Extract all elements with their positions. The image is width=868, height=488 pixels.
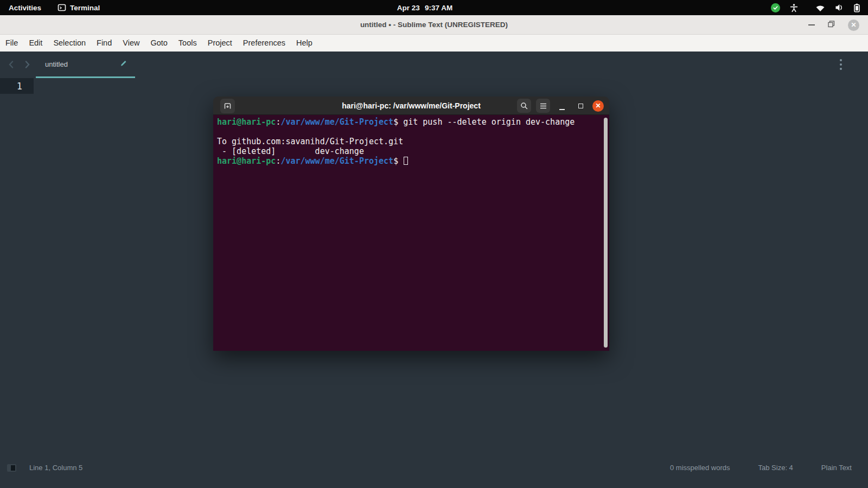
sublime-menubar: File Edit Selection Find View Goto Tools… xyxy=(0,35,868,52)
prompt-dollar: $ xyxy=(393,156,403,166)
tab-overflow-menu[interactable] xyxy=(840,59,842,70)
terminal-close-button[interactable]: ✕ xyxy=(592,100,604,112)
focused-app-label: Terminal xyxy=(70,4,100,12)
hamburger-menu-button[interactable] xyxy=(536,99,550,113)
prompt-user: hari@hari-pc xyxy=(217,117,276,127)
focused-app-menu[interactable]: Terminal xyxy=(58,3,100,12)
close-button[interactable]: ✕ xyxy=(848,20,859,31)
unsaved-pencil-icon xyxy=(119,59,127,69)
terminal-scrollbar[interactable] xyxy=(604,118,608,348)
gnome-top-bar: Activities Terminal Apr 23 9:37 AM xyxy=(0,0,868,15)
sublime-tabbar: untitled xyxy=(0,52,868,78)
menu-file[interactable]: File xyxy=(0,35,23,52)
menu-project[interactable]: Project xyxy=(202,35,238,52)
terminal-maximize-button[interactable] xyxy=(578,104,583,108)
menu-edit[interactable]: Edit xyxy=(23,35,48,52)
terminal-output-deleted: - [deleted] dev-change xyxy=(217,146,602,156)
clock-date: Apr 23 xyxy=(397,4,420,12)
terminal-line-prompt: hari@hari-pc:/var/www/me/Git-Project$ xyxy=(217,156,602,166)
minimize-button[interactable] xyxy=(808,24,815,25)
terminal-titlebar[interactable]: hari@hari-pc: /var/www/me/Git-Project ✕ xyxy=(213,97,609,115)
terminal-minimize-button[interactable] xyxy=(559,109,565,110)
new-tab-button[interactable] xyxy=(220,99,235,113)
updates-check-icon xyxy=(771,3,780,12)
cursor-position: Line 1, Column 5 xyxy=(29,464,82,472)
sublime-statusbar: Line 1, Column 5 0 misspelled words Tab … xyxy=(0,457,868,488)
maximize-button[interactable] xyxy=(828,20,835,30)
system-tray[interactable] xyxy=(771,0,860,15)
line-number-gutter: 1 xyxy=(0,78,34,94)
panel-toggle-icon[interactable] xyxy=(7,464,16,472)
menu-view[interactable]: View xyxy=(117,35,145,52)
battery-icon xyxy=(853,3,860,12)
tab-next-button[interactable] xyxy=(21,56,34,73)
menu-find[interactable]: Find xyxy=(91,35,117,52)
terminal-cursor xyxy=(404,157,408,165)
terminal-content[interactable]: hari@hari-pc:/var/www/me/Git-Project$ gi… xyxy=(213,115,609,351)
command-text: git push --delete origin dev-change xyxy=(398,117,575,127)
prompt-dollar: $ xyxy=(393,117,398,127)
activities-button[interactable]: Activities xyxy=(9,4,41,12)
line-number: 1 xyxy=(17,81,22,92)
volume-icon xyxy=(834,3,844,12)
sublime-titlebar: untitled • - Sublime Text (UNREGISTERED)… xyxy=(0,15,868,35)
terminal-title: hari@hari-pc: /var/www/me/Git-Project xyxy=(342,101,481,110)
accessibility-icon xyxy=(789,3,799,12)
menu-tools[interactable]: Tools xyxy=(173,35,202,52)
menu-help[interactable]: Help xyxy=(291,35,318,52)
tab-untitled[interactable]: untitled xyxy=(36,52,135,78)
terminal-output-remote: To github.com:savanihd/Git-Project.git xyxy=(217,137,602,146)
clock-time: 9:37 AM xyxy=(425,4,452,12)
clock[interactable]: Apr 23 9:37 AM xyxy=(397,4,452,12)
terminal-app-icon xyxy=(58,3,66,12)
tab-size-status[interactable]: Tab Size: 4 xyxy=(758,464,793,472)
window-title: untitled • - Sublime Text (UNREGISTERED) xyxy=(360,21,508,29)
terminal-line-blank xyxy=(217,127,602,137)
prompt-path: /var/www/me/Git-Project xyxy=(280,117,393,127)
spellcheck-status[interactable]: 0 misspelled words xyxy=(670,464,730,472)
terminal-line: hari@hari-pc:/var/www/me/Git-Project$ gi… xyxy=(217,117,602,127)
menu-goto[interactable]: Goto xyxy=(145,35,173,52)
search-button[interactable] xyxy=(517,99,531,113)
syntax-status[interactable]: Plain Text xyxy=(821,464,852,472)
terminal-window: hari@hari-pc: /var/www/me/Git-Project ✕ … xyxy=(213,97,609,351)
tab-label: untitled xyxy=(36,60,68,68)
prompt-path: /var/www/me/Git-Project xyxy=(280,156,393,166)
prompt-user: hari@hari-pc xyxy=(217,156,276,166)
menu-selection[interactable]: Selection xyxy=(48,35,91,52)
tab-prev-button[interactable] xyxy=(4,56,17,73)
wifi-icon xyxy=(815,4,825,12)
menu-preferences[interactable]: Preferences xyxy=(238,35,291,52)
